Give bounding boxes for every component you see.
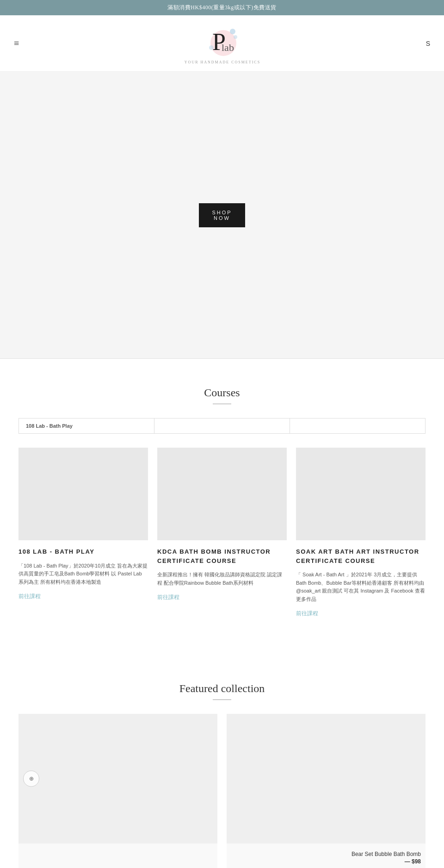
svg-point-1 [230,29,235,34]
course-card-desc-1: 全新課程推出！擁有 韓國化妝品講師資格認定院 認定課程 配合學院Rainbow … [157,571,287,587]
cart-icon[interactable]: S [426,40,430,47]
course-card-image-0 [18,448,148,540]
product-name-1: Bear Set Bubble Bath Bomb [231,850,421,858]
logo-tagline: YOUR HANDMADE COSMETICS [185,60,260,64]
course-card-link-1[interactable]: 前往課程 [157,594,179,600]
product-price-label-1: — [405,858,412,865]
header: ≡ P lab YOUR HANDMADE COSMETICS S [0,15,444,72]
product-card-1: Bear Set Bubble Bath Bomb — $98 [227,714,426,868]
product-price-1: — $98 [231,858,421,865]
logo-container[interactable]: P lab YOUR HANDMADE COSMETICS [185,22,260,64]
course-tab-2[interactable] [290,418,426,434]
course-card-2: SOAK ART BATH ART INSTRUCTOR CERTIFICATE… [296,448,426,618]
product-price-value-1: $98 [412,858,421,865]
course-cards: 108 LAB - BATH PLAY 「108 Lab - Bath Play… [18,448,426,618]
product-image-1 [227,714,426,843]
logo-box: P lab [204,22,241,59]
courses-section: Courses 108 Lab - Bath Play 108 LAB - BA… [0,359,444,655]
course-card-link-2[interactable]: 前往課程 [296,610,318,617]
product-grid: ⊕ Bear Set Bubble Bath Bomb — $98 [18,714,426,868]
announcement-text: 滿額消費HK$400(重量3kg或以下)免費送貨 [167,4,276,11]
course-tabs: 108 Lab - Bath Play [18,418,426,434]
courses-divider [213,404,231,404]
course-tab-0[interactable]: 108 Lab - Bath Play [18,418,154,434]
product-prev-button[interactable]: ⊕ [23,771,39,787]
product-card-0: ⊕ [18,714,217,868]
course-card-0: 108 LAB - BATH PLAY 「108 Lab - Bath Play… [18,448,148,618]
featured-section: Featured collection ⊕ Bear Set Bubble Ba… [0,655,444,868]
menu-icon[interactable]: ≡ [14,38,19,49]
course-card-1: KDCA BATH BOMB INSTRUCTOR CERTIFICATE CO… [157,448,287,618]
course-card-link-0[interactable]: 前往課程 [18,593,41,599]
courses-title: Courses [18,387,426,399]
course-card-desc-0: 「108 Lab - Bath Play」於2020年10月成立 旨在為大家提供… [18,562,148,587]
product-image-0: ⊕ [18,714,217,843]
svg-text:lab: lab [222,42,234,53]
announcement-bar: 滿額消費HK$400(重量3kg或以下)免費送貨 [0,0,444,15]
featured-title: Featured collection [18,682,426,695]
product-info-0 [18,843,217,855]
course-card-image-1 [157,448,287,540]
course-card-image-2 [296,448,426,540]
product-info-1: Bear Set Bubble Bath Bomb — $98 [227,843,426,868]
hero-section: SHOP NOW [0,72,444,359]
featured-divider [213,699,231,700]
course-card-title-2: SOAK ART BATH ART INSTRUCTOR CERTIFICATE… [296,547,426,565]
course-tab-1[interactable] [154,418,290,434]
course-card-title-0: 108 LAB - BATH PLAY [18,547,148,556]
course-card-title-1: KDCA BATH BOMB INSTRUCTOR CERTIFICATE CO… [157,547,287,565]
shop-now-button[interactable]: SHOP NOW [199,203,245,227]
svg-point-2 [234,35,237,39]
course-card-desc-2: 「 Soak Art - Bath Art 」於2021年 3月成立，主要提供 … [296,571,426,603]
